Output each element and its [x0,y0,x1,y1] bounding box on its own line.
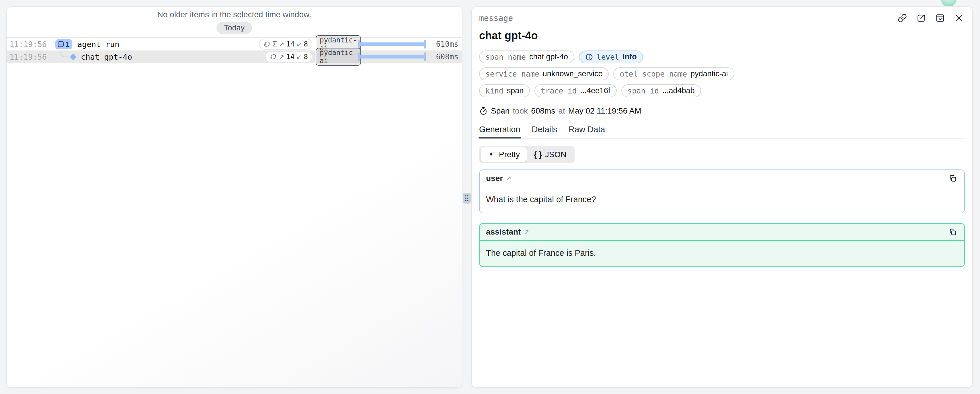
stopwatch-icon [479,106,488,115]
drag-dots-icon [464,194,469,202]
tokens-in-icon: ↗ [279,53,284,60]
tokens-out-count: 8 [304,40,308,48]
span-kind-label: message [479,13,513,23]
close-button[interactable] [953,12,965,24]
message-content-assistant: The capital of France is Paris. [480,241,964,266]
close-icon [954,13,964,23]
info-icon [585,53,593,61]
attr-pill-service-name[interactable]: service_name unknown_service [479,67,609,80]
attr-pill-span-name[interactable]: span_name chat gpt-4o [479,51,574,64]
braces-icon: { } [534,150,542,159]
span-detail-panel: message [471,6,972,388]
json-view-button[interactable]: { } JSON [527,148,573,162]
attr-pill-span-id[interactable]: span_id ...ad4bab [621,84,701,97]
span-name-label: agent run [77,40,119,49]
span-timeline-bar [358,51,426,63]
scope-tag: pydantic-ai [316,48,361,66]
timing-duration: 608ms [531,106,555,116]
sparkle-icon [487,150,496,159]
pretty-view-button[interactable]: Pretty [480,148,527,162]
open-link-arrow-icon: ↗ [506,175,511,182]
tokens-in-count: 14 [286,53,294,61]
status-orb [941,0,956,7]
tokens-out-count: 8 [304,53,308,61]
timing-timestamp: May 02 11:19:56 AM [568,106,641,116]
span-title: chat gpt-4o [479,30,965,42]
time-window-header: No older items in the selected time wind… [6,6,462,38]
copy-link-button[interactable] [897,12,908,24]
span-duration: 610ms [426,40,458,48]
collapsed-children-count: 1 [65,40,70,48]
tab-details[interactable]: Details [532,125,557,138]
message-content-user: What is the capital of France? [480,187,964,213]
collapse-toggle[interactable]: 1 [55,39,72,49]
row-timestamp: 11:19:56 [10,52,48,61]
link-icon [897,13,907,23]
trace-list-panel: No older items in the selected time wind… [6,6,462,388]
row-timestamp: 11:19:56 [10,40,48,49]
token-usage-badge: ↗14 ↙8 [265,51,312,62]
dock-bottom-icon [935,13,945,23]
copy-message-button[interactable] [948,227,958,237]
coin-icon [269,53,277,60]
tab-generation[interactable]: Generation [479,125,520,138]
coin-icon [263,40,270,48]
span-diamond-icon [70,53,76,60]
detail-tabs: Generation Details Raw Data [479,125,965,138]
open-link-arrow-icon: ↗ [523,228,529,236]
view-mode-toggle: Pretty { } JSON [479,146,574,163]
span-timing-summary: Span took 608ms at May 02 11:19:56 AM [479,106,965,116]
attr-pill-level[interactable]: level Info [579,51,643,64]
empty-window-notice: No older items in the selected time wind… [10,10,459,19]
today-button[interactable]: Today [216,22,252,34]
tokens-out-icon: ↙ [296,53,302,60]
tokens-out-icon: ↙ [296,41,302,48]
dock-panel-button[interactable] [934,12,946,24]
span-name-label: chat gpt-4o [81,52,132,61]
panel-splitter-handle[interactable] [463,193,471,203]
tree-connector-line [60,50,68,57]
external-link-icon [916,13,926,23]
attribute-badges: span_name chat gpt-4o level Info service… [479,51,965,97]
copy-icon [948,228,957,236]
attr-pill-otel-scope-name[interactable]: otel_scope_name pydantic-ai [613,67,734,80]
attr-pill-trace-id[interactable]: trace_id ...4ee16f [535,84,616,97]
tab-raw-data[interactable]: Raw Data [569,125,605,138]
sigma-total-icon: Σ [273,40,277,48]
collapse-minus-icon [58,41,64,47]
copy-icon [948,174,957,183]
copy-message-button[interactable] [948,173,958,184]
message-card-assistant: assistant ↗ The capital of France is Par… [479,223,965,267]
tokens-in-count: 14 [286,40,294,48]
span-duration: 608ms [426,52,458,61]
role-link-assistant[interactable]: assistant ↗ [486,227,529,237]
attr-pill-kind[interactable]: kind span [479,84,530,97]
role-link-user[interactable]: user ↗ [486,174,511,183]
trace-row-chat-gpt-4o[interactable]: 11:19:56 chat gpt-4o ↗14 ↙8 pydantic-ai [6,51,462,63]
message-card-user: user ↗ What is the capital of France? [479,170,965,213]
tokens-in-icon: ↗ [279,41,284,48]
open-in-new-button[interactable] [915,12,927,24]
